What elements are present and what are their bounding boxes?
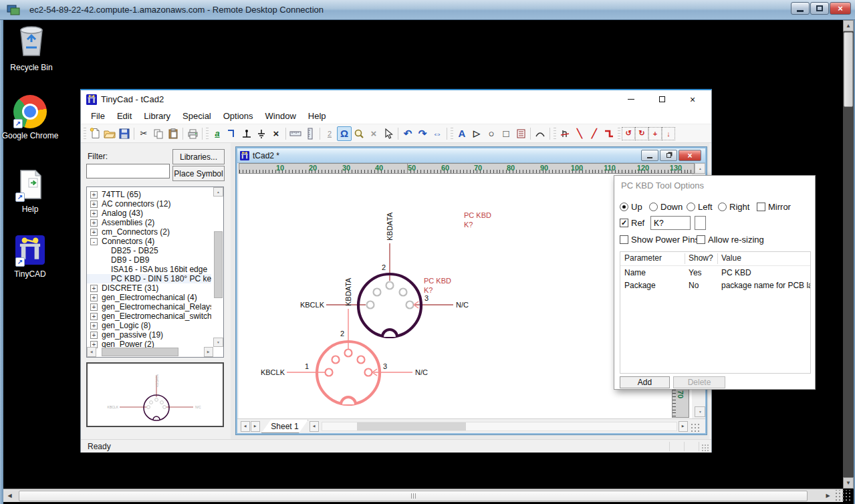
add-button[interactable]: Add [620,376,670,388]
tree-item-discrete[interactable]: +DISCRETE (31) [87,283,211,293]
scroll-up-button[interactable]: ▲ [213,187,223,197]
rdp-resize-grip[interactable] [834,490,852,502]
maximize-button[interactable] [646,90,677,108]
block-copy-icon[interactable]: + [648,127,662,140]
rdp-hscroll-thumb[interactable] [19,491,808,501]
ground-icon[interactable] [254,126,269,141]
rdp-scroll-right-button[interactable]: ▶ [823,491,833,501]
notes-icon[interactable] [513,126,528,141]
diagonal-forward-icon[interactable]: ╱ [587,126,602,141]
zoom-icon[interactable] [352,126,366,141]
table-cell[interactable]: package name for PCB layout [721,281,811,290]
scroll-left-button[interactable]: ◀ [87,347,96,357]
menu-edit[interactable]: Edit [111,108,138,124]
tree-item-gen-relays[interactable]: +gen_Electromechanical_Relays ( [87,302,211,311]
tree-item-connectors[interactable]: -Connectors (4) [87,237,211,246]
ruler-horizontal-icon[interactable] [288,126,303,141]
filter-input[interactable] [86,164,170,178]
tree-item-74ttl[interactable]: +74TTL (65) [87,190,211,199]
expand-icon[interactable]: + [90,313,98,320]
cut-icon[interactable]: ✂ [136,126,151,141]
rdp-scroll-up-button[interactable]: ▲ [843,20,854,31]
junction-icon[interactable] [239,126,254,141]
canvas-scroll-up-button[interactable]: ▲ [695,163,705,174]
expand-icon[interactable]: + [90,210,98,217]
column-header-parameter[interactable]: Parameter [624,253,662,263]
diagonal-back-icon[interactable]: ╲ [572,126,587,141]
text-icon[interactable]: A [455,126,469,141]
delete-button[interactable]: Delete [673,376,725,388]
tree-item-isa16[interactable]: ISA16 - ISA bus 16bit edge [87,265,211,274]
doc-close-button[interactable]: × [679,150,701,161]
tree-item-analog[interactable]: +Analog (43) [87,209,211,218]
paste-icon[interactable] [166,126,180,141]
expand-icon[interactable]: + [90,201,98,208]
tree-item-gen-logic[interactable]: +gen_Logic (8) [87,321,211,330]
canvas-scroll-left-button[interactable]: ◀ [310,421,319,432]
show-power-pins-checkbox[interactable] [620,235,628,244]
rdp-scroll-left-button[interactable]: ◀ [5,491,15,501]
expand-icon[interactable]: + [90,294,98,301]
canvas-scroll-right-button[interactable]: ▶ [679,421,688,432]
tree-item-gen-electromechanical[interactable]: +gen_Electromechanical (4) [87,293,211,302]
rdp-close-button[interactable]: × [830,2,851,15]
bus-icon[interactable] [602,126,616,141]
subscript-2-icon[interactable]: 2 [322,126,337,141]
tree-item-db25[interactable]: DB25 - DB25 [87,246,211,255]
save-icon[interactable] [117,126,132,141]
menu-options[interactable]: Options [217,108,259,124]
orientation-up-radio[interactable] [620,203,628,211]
delete-icon[interactable]: × [269,126,283,141]
close-button[interactable]: × [677,90,708,108]
tree-item-cm-connectors[interactable]: +cm_Connectors (2) [87,227,211,237]
ruler-vertical-icon[interactable] [303,126,318,141]
block-import-icon[interactable]: ↓ [662,127,675,140]
column-header-show[interactable]: Show? [689,253,713,263]
table-cell[interactable]: PC KBD [721,268,751,277]
sheet-prev-button[interactable]: ◀ [241,421,250,432]
print-icon[interactable] [185,126,200,141]
desktop-icon-google-chrome[interactable]: ↗ Google Chrome [1,95,59,141]
canvas-horizontal-scrollbar[interactable] [322,422,677,431]
omega-symbol-icon[interactable]: Ω [337,126,352,141]
table-cell[interactable]: Name [624,268,646,277]
undo-icon[interactable]: ↶ [400,126,415,141]
menu-help[interactable]: Help [302,108,332,124]
swap-icon[interactable]: ⇔ [430,126,445,141]
rdp-horizontal-scrollbar[interactable]: ◀ ▶ [3,489,843,502]
scroll-right-button[interactable]: ▶ [204,347,213,357]
clear-icon[interactable]: × [366,126,381,141]
mirror-checkbox[interactable] [757,203,765,211]
tree-item-gen-passive[interactable]: +gen_passive (19) [87,330,211,340]
parameters-table[interactable]: Parameter Show? Value Name Yes PC KBD Pa… [620,251,811,374]
rdp-vscroll-thumb[interactable] [844,32,853,107]
menu-file[interactable]: File [85,108,111,124]
tree-item-assemblies[interactable]: +Assemblies (2) [87,218,211,227]
tree-item-db9[interactable]: DB9 - DB9 [87,255,211,265]
annotation-text-icon[interactable]: a [210,126,225,141]
tinycad-titlebar[interactable]: TinyCad - tCad2 × [81,90,711,108]
column-header-value[interactable]: Value [721,253,741,263]
expand-icon[interactable]: + [90,332,98,339]
rdp-vertical-scrollbar[interactable]: ▲ ▼ [843,20,854,489]
ref-checkbox[interactable]: ✓ [620,219,628,227]
open-folder-icon[interactable] [102,126,117,141]
doc-restore-button[interactable] [660,150,677,161]
expand-icon[interactable]: + [90,285,98,292]
horizontal-scrollbar-thumb[interactable] [357,422,466,430]
scroll-down-button[interactable]: ▼ [213,338,223,347]
pin-icon[interactable] [558,126,572,141]
ref-index-input[interactable] [695,216,706,230]
window-resize-grip[interactable] [701,444,709,452]
sheet-tab[interactable]: Sheet 1 [261,420,308,433]
copy-icon[interactable] [151,126,166,141]
expand-icon[interactable]: + [90,219,98,227]
library-tree[interactable]: +74TTL (65) +AC connectors (12) +Analog … [86,186,224,358]
rdp-maximize-button[interactable] [810,2,829,15]
wire-icon[interactable] [225,126,239,141]
expand-icon[interactable]: + [90,322,98,330]
expand-icon[interactable]: + [90,191,98,199]
table-cell[interactable]: No [689,281,699,290]
rdp-titlebar[interactable]: ec2-54-89-22-42.compute-1.amazonaws.com … [0,0,855,20]
desktop-icon-help[interactable]: ↗ Help [1,169,59,215]
